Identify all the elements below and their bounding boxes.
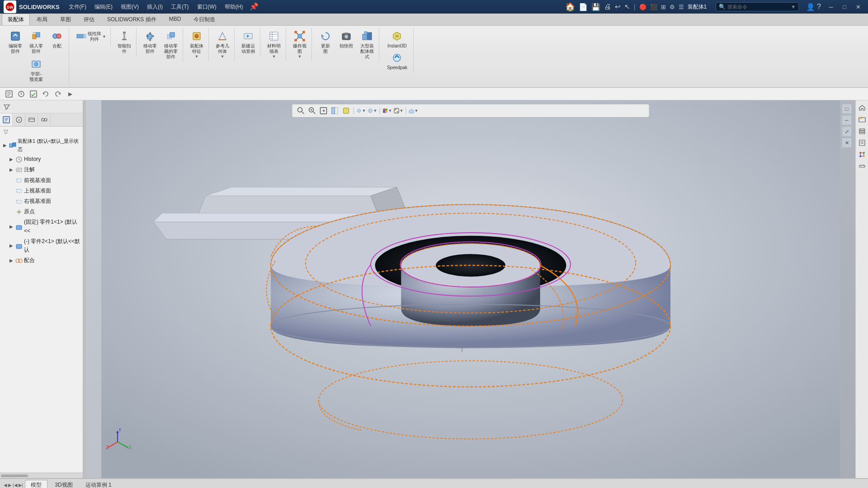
tree-expand-mates[interactable]: ▶ <box>8 258 14 264</box>
tab-sw-plugins[interactable]: SOLIDWORKS 插件 <box>101 14 162 25</box>
tree-part1[interactable]: ▶ (固定) 零件1<1> (默认<< <box>0 217 83 236</box>
qa-new[interactable]: 🏠 <box>565 2 575 12</box>
tree-expand-part2[interactable]: ▶ <box>8 243 14 249</box>
pin-button[interactable]: 📌 <box>250 2 259 12</box>
panel-btn-redo[interactable] <box>52 89 63 99</box>
vto-scene[interactable]: ▼ <box>409 106 419 116</box>
menu-insert[interactable]: 插入(I) <box>143 2 166 12</box>
tree-annotations[interactable]: ▶ 注解 <box>0 164 83 175</box>
linear-pattern-arrow[interactable]: ▼ <box>102 34 106 39</box>
minimize-button[interactable]: ─ <box>825 2 837 12</box>
btn-speedpak[interactable]: Speedpak <box>385 50 410 72</box>
search-dropdown-icon[interactable]: ▼ <box>791 4 796 9</box>
vto-display-style[interactable] <box>341 106 351 116</box>
tab-evaluate[interactable]: 评估 <box>78 14 100 25</box>
tree-expand-part1[interactable]: ▶ <box>8 224 14 230</box>
tree-part2[interactable]: ▶ (-) 零件2<1> (默认<<默认 <box>0 236 83 255</box>
panel-btn-arrow[interactable]: ▶ <box>65 89 75 99</box>
panel-tab-config[interactable] <box>25 113 38 126</box>
qa-print[interactable]: 🖨 <box>604 3 611 11</box>
tab-prev[interactable]: ◀ <box>4 483 7 488</box>
tab-manufacturing[interactable]: 今日制造 <box>188 14 221 25</box>
bottom-tab-3dview[interactable]: 3D视图 <box>49 480 78 488</box>
btn-linear-pattern[interactable]: 线性阵列件 ▼ <box>73 28 108 45</box>
explode-arrow[interactable]: ▼ <box>297 54 302 59</box>
vto-zoom-sel[interactable] <box>307 106 317 116</box>
panel-tab-tree[interactable] <box>0 113 13 126</box>
btn-motion-study[interactable]: 新建运动算例 <box>238 28 258 56</box>
corner-btn-expand[interactable]: □ <box>842 104 852 114</box>
tree-front-plane[interactable]: 前视基准面 <box>0 175 83 186</box>
btn-update[interactable]: 更新图 <box>316 28 335 61</box>
tab-layout[interactable]: 布局 <box>31 14 53 25</box>
restore-button[interactable]: □ <box>838 2 851 12</box>
tree-scrollbar[interactable] <box>0 473 83 478</box>
qa-cursor[interactable]: ↖ <box>624 3 630 11</box>
qa-undo[interactable]: ↩ <box>615 3 621 11</box>
btn-move-component[interactable]: 移动零部件 <box>140 28 160 61</box>
vto-display-dropdown[interactable]: ▼ <box>356 106 366 116</box>
menu-window[interactable]: 窗口(W) <box>193 2 220 12</box>
vto-prev-view[interactable] <box>319 106 329 116</box>
btn-instant3d[interactable]: 3D Instant3D <box>385 28 409 50</box>
tab-sketch[interactable]: 草图 <box>54 14 77 25</box>
btn-edit-component[interactable]: 编辑零部件 <box>5 28 25 56</box>
rp-measure[interactable] <box>857 161 868 172</box>
btn-preview[interactable]: 学部-预览窗 <box>26 56 46 84</box>
tree-scrollbar-thumb[interactable] <box>1 474 28 477</box>
user-icon[interactable]: 👤 <box>806 3 815 11</box>
corner-btn-min[interactable]: ─ <box>842 115 852 125</box>
qa-gear[interactable]: ⚙ <box>670 4 675 10</box>
tab-nav-arrows[interactable]: ◀ ▶ |◀ ▶| <box>4 483 23 488</box>
panel-tab-properties[interactable]: i <box>13 113 25 126</box>
btn-explode[interactable]: 爆炸视图 ▼ <box>290 28 310 60</box>
panel-filter-btn[interactable] <box>2 102 12 112</box>
assembly-feature-arrow[interactable]: ▼ <box>194 54 198 59</box>
vto-zoom-fit[interactable] <box>296 106 306 116</box>
tab-mbd[interactable]: MBD <box>163 14 187 25</box>
tree-expand-history[interactable]: ▶ <box>8 156 14 163</box>
panel-btn-property[interactable] <box>16 89 27 99</box>
qa-open[interactable]: 📄 <box>579 3 588 11</box>
tab-first[interactable]: |◀ <box>13 483 18 488</box>
help-icon[interactable]: ? <box>817 3 821 11</box>
bottom-tab-motion[interactable]: 运动算例 1 <box>80 480 117 488</box>
btn-bom[interactable]: 材料明细表 ▼ <box>264 28 284 60</box>
rp-home[interactable] <box>857 102 868 113</box>
tree-expand-annotations[interactable]: ▶ <box>8 167 14 173</box>
tab-last[interactable]: ▶| <box>19 483 24 488</box>
tree-right-plane[interactable]: 右视基准面 <box>0 196 83 206</box>
qa-save[interactable]: 💾 <box>591 3 600 11</box>
btn-snapshot[interactable]: 拍快照 <box>336 28 356 61</box>
menu-edit[interactable]: 编辑(E) <box>91 2 116 12</box>
menu-tools[interactable]: 工具(T) <box>167 2 192 12</box>
btn-smart-fastener[interactable]: 智能扣件 <box>114 28 134 56</box>
corner-btn-max[interactable]: ⤢ <box>842 127 852 136</box>
btn-ref-geometry[interactable]: 参考几何体 ▼ <box>212 28 232 60</box>
tree-origin[interactable]: 原点 <box>0 206 83 217</box>
tab-assembly[interactable]: 装配体 <box>2 14 30 25</box>
close-button[interactable]: ✕ <box>852 2 864 12</box>
panel-btn-feature-tree[interactable] <box>4 89 14 99</box>
viewport[interactable]: Y X Z <box>86 100 855 478</box>
tree-expand-root[interactable]: ▶ <box>2 142 8 149</box>
btn-mate[interactable]: 合配 <box>47 28 67 56</box>
tree-assembly-root[interactable]: ▶ 装配体1 (默认<默认_显示状态 <box>0 136 83 154</box>
corner-btn-close[interactable]: ✕ <box>842 138 852 148</box>
bom-arrow[interactable]: ▼ <box>272 54 276 59</box>
vto-hide-lines[interactable]: ▼ <box>368 106 377 116</box>
vto-color[interactable]: ▼ <box>382 106 392 116</box>
vto-section-view[interactable] <box>330 106 340 116</box>
search-box[interactable]: 🔍 ▼ <box>716 2 799 11</box>
menu-help[interactable]: 帮助(H) <box>221 2 247 12</box>
panel-btn-undo[interactable] <box>40 89 51 99</box>
menu-file[interactable]: 文件(F) <box>65 2 90 12</box>
btn-large-assembly[interactable]: 大型装配体模式 <box>357 28 377 61</box>
tree-top-plane[interactable]: 上视基准面 <box>0 186 83 196</box>
panel-btn-save[interactable] <box>28 89 39 99</box>
btn-hidden-component[interactable]: 移动零藏的零部件 <box>161 28 181 61</box>
panel-tab-display[interactable] <box>38 113 51 126</box>
vto-appearance[interactable]: ▼ <box>394 106 404 116</box>
tree-mates[interactable]: ▶ 配合 <box>0 255 83 266</box>
btn-insert-component[interactable]: 插入零部件 <box>26 28 46 56</box>
